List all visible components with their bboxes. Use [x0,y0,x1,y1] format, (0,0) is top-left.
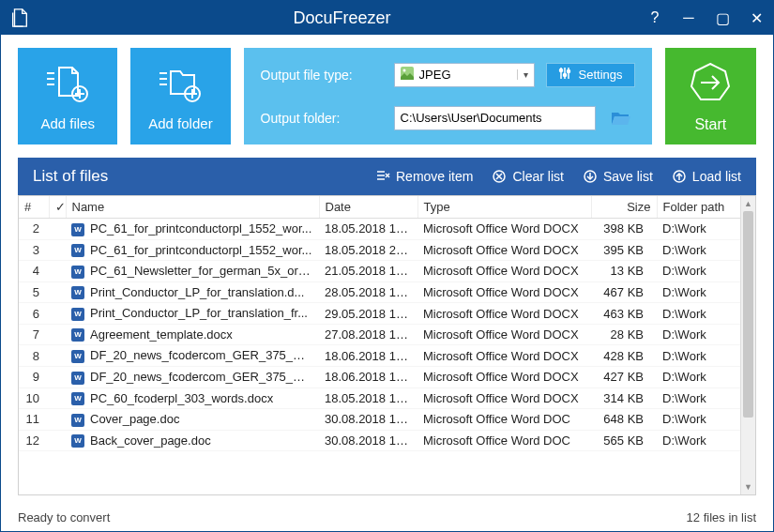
file-grid: # ✓ Name Date Type Size Folder path 2WPC… [18,195,756,495]
scroll-up-icon[interactable]: ▲ [741,196,755,211]
cell-date: 18.06.2018 15:33 [319,345,417,367]
table-row[interactable]: 12WBack_cover_page.doc30.08.2018 19:19Mi… [19,430,755,451]
save-list-button[interactable]: Save list [583,169,653,184]
table-row[interactable]: 5WPrint_Conductor_LP_for_translation.d..… [19,281,755,303]
cell-num: 9 [19,366,49,388]
output-type-label: Output file type: [261,68,383,83]
cell-check [49,219,66,240]
cell-check [49,261,66,282]
cell-name: WPC_61_for_printconductorpl_1552_wor... [66,219,319,240]
remove-item-button[interactable]: Remove item [375,169,473,184]
cell-num: 8 [19,345,49,367]
close-button[interactable]: ✕ [747,9,766,27]
svg-point-19 [567,70,569,73]
help-button[interactable]: ? [645,9,664,26]
table-row[interactable]: 2WPC_61_for_printconductorpl_1552_wor...… [19,219,755,240]
col-check[interactable]: ✓ [49,196,66,219]
app-window: DocuFreezer ? ─ ▢ ✕ Add files [0,0,774,532]
table-row[interactable]: 7WAgreement_template.docx27.08.2018 17:5… [19,324,755,345]
word-file-icon: W [71,328,84,342]
table-row[interactable]: 9WDF_20_news_fcodercom_GER_375_wo...18.0… [19,366,755,388]
col-size[interactable]: Size [591,196,657,219]
col-num[interactable]: # [19,196,49,219]
cell-date: 27.08.2018 17:58 [319,324,417,345]
word-file-icon: W [71,266,84,279]
word-file-icon: W [71,372,84,385]
table-row[interactable]: 11WCover_page.doc30.08.2018 19:18Microso… [19,409,755,431]
cell-check [49,366,66,388]
cell-check [49,281,66,303]
cell-num: 7 [19,324,49,345]
clear-list-button[interactable]: Clear list [492,169,563,184]
table-row[interactable]: 10WPC_60_fcoderpl_303_words.docx18.05.20… [19,388,755,409]
titlebar: DocuFreezer ? ─ ▢ ✕ [1,1,773,35]
jpeg-icon [401,67,414,83]
scroll-thumb[interactable] [743,211,753,418]
cell-num: 11 [19,409,49,431]
cell-name: WPC_60_fcoderpl_303_words.docx [66,388,319,409]
cell-name: WPC_61_for_printconductorpl_1552_wor... [66,239,319,261]
status-left: Ready to convert [18,510,110,524]
folder-open-icon [611,110,631,127]
scrollbar[interactable]: ▲ ▼ [740,196,755,494]
table-row[interactable]: 4WPC_61_Newsletter_for_german_5x_or_...2… [19,261,755,282]
cell-num: 5 [19,281,49,303]
settings-button[interactable]: Settings [546,63,635,87]
cell-type: Microsoft Office Word DOCX [417,261,591,282]
scroll-down-icon[interactable]: ▼ [741,479,755,494]
add-files-icon [44,61,91,108]
add-folder-label: Add folder [148,115,212,131]
cell-check [49,303,66,325]
add-files-button[interactable]: Add files [18,48,117,144]
cell-type: Microsoft Office Word DOCX [417,366,591,388]
cell-date: 30.08.2018 19:19 [319,430,417,451]
table-row[interactable]: 3WPC_61_for_printconductorpl_1552_wor...… [19,239,755,261]
cell-size: 314 KB [591,388,657,409]
word-file-icon: W [71,308,84,321]
cell-num: 12 [19,430,49,451]
cell-size: 398 KB [591,219,657,240]
start-label: Start [694,116,726,133]
col-name[interactable]: Name [66,196,319,219]
cell-check [49,324,66,345]
cell-type: Microsoft Office Word DOCX [417,345,591,367]
cell-size: 648 KB [591,409,657,431]
cell-check [49,430,66,451]
cell-type: Microsoft Office Word DOCX [417,239,591,261]
cell-check [49,345,66,367]
cell-date: 21.05.2018 15:46 [319,261,417,282]
minimize-button[interactable]: ─ [679,9,698,26]
table-row[interactable]: 8WDF_20_news_fcodercom_GER_375_wo...18.0… [19,345,755,367]
cell-check [49,409,66,431]
cell-name: WAgreement_template.docx [66,324,319,345]
cell-name: WDF_20_news_fcodercom_GER_375_wo... [66,366,319,388]
output-folder-input[interactable]: C:\Users\User\Documents [394,106,596,130]
cell-name: WPC_61_Newsletter_for_german_5x_or_... [66,261,319,282]
maximize-button[interactable]: ▢ [713,9,732,27]
remove-icon [375,169,390,184]
cell-date: 28.05.2018 15:26 [319,281,417,303]
cell-type: Microsoft Office Word DOC [417,409,591,431]
start-button[interactable]: Start [665,48,756,144]
output-type-select[interactable]: JPEG ▾ [394,63,535,87]
settings-label: Settings [579,68,623,82]
cell-size: 427 KB [591,366,657,388]
cell-num: 6 [19,303,49,325]
cell-size: 565 KB [591,430,657,451]
word-file-icon: W [71,223,84,236]
cell-date: 18.05.2018 20:08 [319,239,417,261]
table-row[interactable]: 6WPrint_Conductor_LP_for_translation_fr.… [19,303,755,325]
svg-point-18 [563,74,566,77]
output-panel: Output file type: JPEG ▾ Settings Output… [244,48,652,144]
add-folder-button[interactable]: Add folder [130,48,230,144]
cell-type: Microsoft Office Word DOCX [417,388,591,409]
col-date[interactable]: Date [319,196,417,219]
word-file-icon: W [71,244,84,257]
col-type[interactable]: Type [417,196,591,219]
output-folder-value: C:\Users\User\Documents [401,111,542,125]
cell-num: 4 [19,261,49,282]
load-list-button[interactable]: Load list [672,169,741,184]
cell-type: Microsoft Office Word DOCX [417,219,591,240]
browse-folder-button[interactable] [607,106,635,130]
cell-date: 18.06.2018 15:27 [319,366,417,388]
